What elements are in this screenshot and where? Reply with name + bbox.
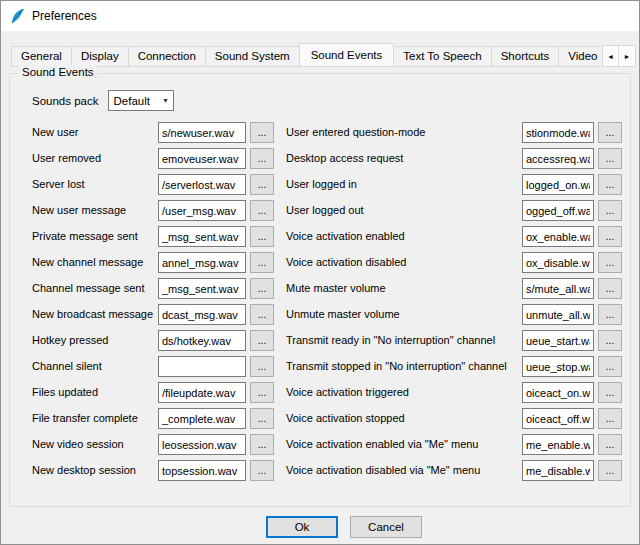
sound-file-input-user-entered-question-mode[interactable] — [522, 122, 594, 143]
sound-file-input-server-lost[interactable] — [158, 174, 246, 195]
sound-file-input-new-user[interactable] — [158, 122, 246, 143]
browse-button-new-video-session[interactable]: ... — [250, 434, 274, 455]
browse-button-mute-master-volume[interactable]: ... — [598, 278, 622, 299]
sound-event-label-voice-activation-triggered: Voice activation triggered — [278, 382, 518, 403]
sound-file-input-hotkey-pressed[interactable] — [158, 330, 246, 351]
browse-button-transmit-ready-in-no-interruption-channel[interactable]: ... — [598, 330, 622, 351]
browse-button-hotkey-pressed[interactable]: ... — [250, 330, 274, 351]
browse-button-server-lost[interactable]: ... — [250, 174, 274, 195]
sound-file-input-private-message-sent[interactable] — [158, 226, 246, 247]
tab-sound-events[interactable]: Sound Events — [299, 43, 395, 67]
tab-general[interactable]: General — [11, 46, 72, 67]
browse-button-voice-activation-disabled-via-me-menu[interactable]: ... — [598, 460, 622, 481]
tab-scroller: ◄ ► — [599, 45, 636, 67]
sounds-pack-label: Sounds pack — [32, 95, 99, 107]
browse-button-voice-activation-enabled[interactable]: ... — [598, 226, 622, 247]
browse-button-user-logged-out[interactable]: ... — [598, 200, 622, 221]
sound-event-label-voice-activation-enabled: Voice activation enabled — [278, 226, 518, 247]
sound-event-label-new-video-session: New video session — [32, 434, 154, 455]
browse-button-voice-activation-disabled[interactable]: ... — [598, 252, 622, 273]
sounds-pack-select[interactable]: Default ▾ — [108, 90, 174, 111]
browse-button-private-message-sent[interactable]: ... — [250, 226, 274, 247]
tab-strip: GeneralDisplayConnectionSound SystemSoun… — [1, 31, 639, 67]
window-title: Preferences — [32, 9, 97, 23]
preferences-dialog: Preferences GeneralDisplayConnectionSoun… — [0, 0, 640, 545]
sound-file-input-desktop-access-request[interactable] — [522, 148, 594, 169]
sound-file-input-files-updated[interactable] — [158, 382, 246, 403]
sound-file-input-mute-master-volume[interactable] — [522, 278, 594, 299]
sounds-pack-value: Default — [114, 95, 150, 107]
browse-button-channel-message-sent[interactable]: ... — [250, 278, 274, 299]
sound-file-input-voice-activation-disabled[interactable] — [522, 252, 594, 273]
sound-file-input-user-removed[interactable] — [158, 148, 246, 169]
sound-event-label-new-user-message: New user message — [32, 200, 154, 221]
sound-file-input-voice-activation-enabled-via-me-menu[interactable] — [522, 434, 594, 455]
browse-button-voice-activation-triggered[interactable]: ... — [598, 382, 622, 403]
sound-event-label-user-entered-question-mode: User entered question-mode — [278, 122, 518, 143]
sound-file-input-user-logged-out[interactable] — [522, 200, 594, 221]
sound-file-input-transmit-stopped-in-no-interruption-channel[interactable] — [522, 356, 594, 377]
sound-file-input-voice-activation-disabled-via-me-menu[interactable] — [522, 460, 594, 481]
dropdown-arrow-icon: ▾ — [163, 96, 167, 105]
dialog-footer: Ok Cancel — [25, 516, 640, 538]
browse-button-file-transfer-complete[interactable]: ... — [250, 408, 274, 429]
sound-file-input-new-broadcast-message[interactable] — [158, 304, 246, 325]
sound-file-input-new-desktop-session[interactable] — [158, 460, 246, 481]
sound-event-label-files-updated: Files updated — [32, 382, 154, 403]
browse-button-user-logged-in[interactable]: ... — [598, 174, 622, 195]
browse-button-new-user[interactable]: ... — [250, 122, 274, 143]
sound-event-label-hotkey-pressed: Hotkey pressed — [32, 330, 154, 351]
sound-file-input-unmute-master-volume[interactable] — [522, 304, 594, 325]
sound-event-label-new-broadcast-message: New broadcast message — [32, 304, 154, 325]
sound-event-label-transmit-ready-in-no-interruption-channel: Transmit ready in "No interruption" chan… — [278, 330, 518, 351]
browse-button-voice-activation-enabled-via-me-menu[interactable]: ... — [598, 434, 622, 455]
tab-connection[interactable]: Connection — [129, 46, 206, 67]
sound-event-label-channel-message-sent: Channel message sent — [32, 278, 154, 299]
sound-event-label-user-logged-out: User logged out — [278, 200, 518, 221]
browse-button-desktop-access-request[interactable]: ... — [598, 148, 622, 169]
tab-text-to-speech[interactable]: Text To Speech — [394, 46, 491, 67]
sound-event-label-voice-activation-enabled-via-me-menu: Voice activation enabled via "Me" menu — [278, 434, 518, 455]
sound-file-input-voice-activation-triggered[interactable] — [522, 382, 594, 403]
cancel-button[interactable]: Cancel — [350, 516, 422, 538]
browse-button-user-removed[interactable]: ... — [250, 148, 274, 169]
sound-file-input-new-user-message[interactable] — [158, 200, 246, 221]
sound-event-label-voice-activation-disabled: Voice activation disabled — [278, 252, 518, 273]
sound-file-input-file-transfer-complete[interactable] — [158, 408, 246, 429]
browse-button-voice-activation-stopped[interactable]: ... — [598, 408, 622, 429]
browse-button-files-updated[interactable]: ... — [250, 382, 274, 403]
sound-event-label-server-lost: Server lost — [32, 174, 154, 195]
tab-shortcuts[interactable]: Shortcuts — [492, 46, 560, 67]
browse-button-transmit-stopped-in-no-interruption-channel[interactable]: ... — [598, 356, 622, 377]
browse-button-new-user-message[interactable]: ... — [250, 200, 274, 221]
browse-button-unmute-master-volume[interactable]: ... — [598, 304, 622, 325]
sound-event-label-desktop-access-request: Desktop access request — [278, 148, 518, 169]
sound-file-input-channel-message-sent[interactable] — [158, 278, 246, 299]
sound-event-label-channel-silent: Channel silent — [32, 356, 154, 377]
tab-sound-system[interactable]: Sound System — [206, 46, 300, 67]
ok-button[interactable]: Ok — [266, 516, 338, 538]
sounds-pack-row: Sounds pack Default ▾ — [32, 90, 630, 111]
sound-file-input-voice-activation-enabled[interactable] — [522, 226, 594, 247]
browse-button-new-channel-message[interactable]: ... — [250, 252, 274, 273]
group-title: Sound Events — [18, 66, 98, 78]
tab-display[interactable]: Display — [72, 46, 129, 67]
sound-file-input-channel-silent[interactable] — [158, 356, 246, 377]
browse-button-channel-silent[interactable]: ... — [250, 356, 274, 377]
sound-event-label-voice-activation-disabled-via-me-menu: Voice activation disabled via "Me" menu — [278, 460, 518, 481]
sound-file-input-new-channel-message[interactable] — [158, 252, 246, 273]
sound-file-input-user-logged-in[interactable] — [522, 174, 594, 195]
browse-button-new-broadcast-message[interactable]: ... — [250, 304, 274, 325]
browse-button-user-entered-question-mode[interactable]: ... — [598, 122, 622, 143]
browse-button-new-desktop-session[interactable]: ... — [250, 460, 274, 481]
sound-file-input-new-video-session[interactable] — [158, 434, 246, 455]
sound-event-label-private-message-sent: Private message sent — [32, 226, 154, 247]
sound-event-label-transmit-stopped-in-no-interruption-channel: Transmit stopped in "No interruption" ch… — [278, 356, 518, 377]
sound-file-input-transmit-ready-in-no-interruption-channel[interactable] — [522, 330, 594, 351]
sound-file-input-voice-activation-stopped[interactable] — [522, 408, 594, 429]
app-icon — [9, 8, 25, 24]
sound-event-label-new-channel-message: New channel message — [32, 252, 154, 273]
tab-scroll-left-icon[interactable]: ◄ — [602, 45, 619, 67]
sound-event-label-voice-activation-stopped: Voice activation stopped — [278, 408, 518, 429]
tab-scroll-right-icon[interactable]: ► — [619, 45, 636, 67]
